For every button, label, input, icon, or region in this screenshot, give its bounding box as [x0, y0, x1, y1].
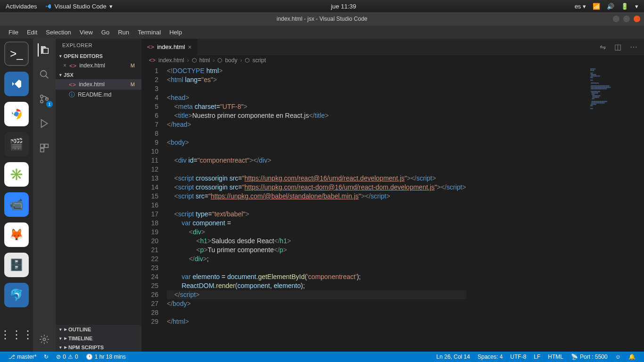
svg-rect-6 [41, 144, 44, 148]
close-button[interactable] [634, 16, 640, 22]
symbol-icon: ⬡ [192, 57, 197, 64]
file-label: index.html [79, 81, 105, 88]
menubar: File Edit Selection View Go Run Terminal… [0, 25, 644, 39]
cursor-position[interactable]: Ln 26, Col 14 [433, 354, 474, 360]
activity-bar: 1 [33, 39, 56, 352]
menu-go[interactable]: Go [98, 28, 113, 37]
svg-point-4 [41, 100, 43, 103]
tab-index-html[interactable]: <> index.html × [141, 39, 198, 55]
sidebar-title: EXPLORER [56, 39, 141, 52]
run-debug-icon[interactable] [38, 117, 51, 130]
open-editors-header[interactable]: OPEN EDITORS [56, 52, 141, 60]
symbol-icon: ⬡ [245, 57, 249, 64]
menu-terminal[interactable]: Terminal [134, 28, 165, 37]
app-menu[interactable]: Visual Studio Code ▾ [45, 3, 112, 10]
modified-indicator: M [131, 63, 135, 68]
maximize-button[interactable] [623, 16, 630, 22]
source-control-icon[interactable]: 1 [38, 92, 51, 106]
extensions-icon[interactable] [38, 141, 51, 155]
breadcrumb[interactable]: <> index.html › ⬡ html › ⬡ body › ⬡ scri… [141, 55, 644, 66]
menu-selection[interactable]: Selection [42, 28, 74, 37]
close-icon[interactable]: × [63, 62, 66, 69]
language-mode[interactable]: HTML [544, 354, 567, 360]
os-topbar: Actividades Visual Studio Code ▾ jue 11:… [0, 0, 644, 12]
menu-help[interactable]: Help [165, 28, 186, 37]
html-file-icon: <> [69, 62, 76, 69]
feedback-icon[interactable]: ☺ [611, 354, 625, 360]
npm-scripts-header[interactable]: ▾ NPM SCRIPTS [56, 343, 141, 352]
compare-icon[interactable]: ⇋ [600, 42, 606, 51]
volume-icon[interactable]: 🔊 [607, 3, 614, 10]
dock-terminal[interactable]: >_ [4, 41, 29, 66]
settings-icon[interactable] [38, 333, 51, 346]
svg-rect-7 [45, 144, 48, 148]
html-file-icon: <> [149, 57, 156, 64]
open-editor-item[interactable]: × <> index.html M [56, 60, 141, 71]
svg-point-9 [43, 338, 46, 341]
tree-item-index[interactable]: <> index.html M [56, 79, 141, 90]
dock-video-editor[interactable]: 🎬 [4, 132, 29, 156]
close-icon[interactable]: × [188, 43, 191, 51]
git-branch[interactable]: ⎇ master* [5, 354, 40, 360]
indentation[interactable]: Spaces: 4 [474, 354, 506, 360]
dock-slack[interactable]: ✳️ [4, 162, 29, 187]
info-icon: ⓘ [69, 90, 75, 99]
menu-edit[interactable]: Edit [23, 28, 41, 37]
wakatime[interactable]: 🕐 1 hr 18 mins [82, 354, 130, 360]
menu-file[interactable]: File [5, 28, 22, 37]
power-icon[interactable]: ▾ [635, 3, 638, 10]
code-lines[interactable]: <!DOCTYPE html><html lang="es"> <head> <… [167, 66, 466, 352]
breadcrumb-file[interactable]: index.html [158, 57, 184, 64]
battery-icon[interactable]: 🔋 [621, 3, 628, 10]
modified-indicator: M [131, 82, 135, 87]
dock-files[interactable]: 🗄️ [4, 253, 29, 277]
breadcrumb-item[interactable]: script [252, 57, 266, 64]
git-sync[interactable]: ↻ [40, 354, 52, 360]
dock-chrome[interactable] [4, 102, 29, 126]
timeline-header[interactable]: ▾ TIMELINE [56, 334, 141, 343]
live-server-port[interactable]: 📡 Port : 5500 [567, 354, 611, 360]
dock-zoom[interactable]: 📹 [4, 192, 29, 217]
dock-firefox[interactable]: 🦊 [4, 222, 29, 247]
file-label: index.html [79, 62, 105, 69]
tree-item-readme[interactable]: ⓘ README.md [56, 90, 141, 100]
split-editor-icon[interactable]: ◫ [614, 42, 621, 51]
more-icon[interactable]: ⋯ [630, 42, 637, 51]
activities-button[interactable]: Actividades [6, 3, 37, 10]
menu-run[interactable]: Run [114, 28, 133, 37]
html-file-icon: <> [69, 81, 76, 88]
os-dock: >_ 🎬 ✳️ 📹 🦊 🗄️ 🐬 ⋮⋮⋮ [0, 39, 33, 352]
wifi-icon[interactable]: 📶 [593, 3, 600, 10]
breadcrumb-item[interactable]: html [199, 57, 210, 64]
svg-rect-8 [41, 148, 44, 152]
line-gutter: 1234567891011121314151617181920212223242… [141, 66, 167, 352]
os-lang[interactable]: es ▾ [575, 3, 586, 10]
explorer-icon[interactable] [38, 43, 51, 57]
dock-mysql[interactable]: 🐬 [4, 283, 29, 307]
symbol-icon: ⬡ [217, 57, 222, 64]
project-header[interactable]: JSX [56, 71, 141, 79]
status-bar: ⎇ master* ↻ ⊘ 0 ⚠ 0 🕐 1 hr 18 mins Ln 26… [0, 352, 644, 362]
svg-point-3 [41, 95, 43, 98]
html-file-icon: <> [147, 43, 154, 50]
notifications-icon[interactable]: 🔔 [625, 354, 639, 360]
explorer-sidebar: EXPLORER OPEN EDITORS × <> index.html M … [56, 39, 141, 352]
encoding[interactable]: UTF-8 [506, 354, 530, 360]
eol[interactable]: LF [530, 354, 544, 360]
minimize-button[interactable] [613, 16, 619, 22]
breadcrumb-item[interactable]: body [225, 57, 237, 64]
window-title: index.html - jsx - Visual Studio Code [277, 16, 368, 22]
outline-header[interactable]: ▾ OUTLINE [56, 325, 141, 334]
editor-area: <> index.html × ⇋ ◫ ⋯ <> index.html › ⬡ … [141, 39, 644, 352]
tab-label: index.html [157, 43, 185, 50]
dock-apps[interactable]: ⋮⋮⋮ [4, 322, 29, 347]
search-icon[interactable] [38, 68, 51, 81]
os-clock[interactable]: jue 11:39 [113, 3, 575, 10]
dock-vscode[interactable] [4, 72, 29, 96]
menu-view[interactable]: View [76, 28, 97, 37]
minimap[interactable]: ██████████████████ ████████ ████████████… [587, 66, 644, 352]
code-editor[interactable]: 1234567891011121314151617181920212223242… [141, 66, 644, 352]
svg-point-2 [41, 71, 47, 77]
window-titlebar: index.html - jsx - Visual Studio Code [0, 12, 644, 25]
errors-warnings[interactable]: ⊘ 0 ⚠ 0 [52, 354, 82, 360]
